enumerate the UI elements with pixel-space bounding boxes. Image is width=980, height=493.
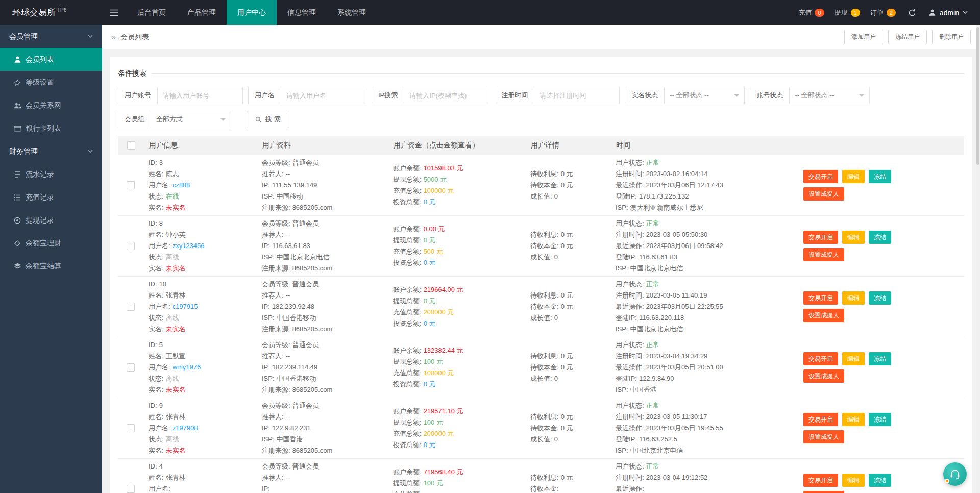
trade-toggle-button[interactable]: 交易开启: [803, 352, 838, 365]
freeze-button[interactable]: 冻结: [869, 352, 891, 365]
trade-toggle-button[interactable]: 交易开启: [803, 474, 838, 487]
freeze-button[interactable]: 冻结: [869, 170, 891, 183]
brand-title: 环球交易所: [12, 8, 56, 17]
sidebar-entry[interactable]: 等级设置: [0, 71, 102, 94]
sidebar-entry[interactable]: 会员列表: [0, 48, 102, 71]
set-agent-button[interactable]: 设置成提人: [803, 369, 844, 383]
select-all-checkbox[interactable]: [127, 141, 135, 150]
username-link[interactable]: zxy123456: [173, 242, 205, 250]
sidebar-entry[interactable]: 银行卡列表: [0, 117, 102, 140]
row-checkbox[interactable]: [127, 242, 135, 250]
status-select[interactable]: -- 全部状态 --: [664, 87, 745, 104]
row-checkbox[interactable]: [127, 424, 135, 432]
recharge-total-amount[interactable]: 200000 元: [424, 308, 454, 316]
search-input[interactable]: [534, 87, 620, 104]
set-agent-button[interactable]: 设置成提人: [803, 187, 844, 201]
set-agent-button[interactable]: 设置成提人: [803, 248, 844, 261]
invest-total-amount[interactable]: 0 元: [424, 441, 436, 449]
withdraw-total-amount[interactable]: 0 元: [424, 236, 436, 244]
recharge-total-amount[interactable]: 500 元: [424, 248, 443, 255]
edit-button[interactable]: 编辑: [842, 231, 865, 244]
edit-button[interactable]: 编辑: [842, 413, 865, 426]
username-link[interactable]: cz888: [173, 181, 190, 189]
balance-amount[interactable]: 101598.03 元: [424, 164, 463, 172]
topbar-shortcut[interactable]: 充值 0: [798, 8, 824, 17]
freeze-button[interactable]: 冻结: [869, 413, 891, 426]
search-field-label: 账号状态: [750, 87, 790, 104]
withdraw-total-amount[interactable]: 0 元: [424, 297, 436, 305]
sidebar-entry[interactable]: 余额宝结算: [0, 255, 102, 278]
search-input[interactable]: [281, 87, 366, 104]
freeze-button[interactable]: 冻结: [869, 291, 891, 305]
withdraw-total-amount[interactable]: 100 元: [424, 479, 443, 487]
page-action-button[interactable]: 冻结用户: [888, 30, 927, 44]
trade-toggle-button[interactable]: 交易开启: [803, 413, 838, 426]
freeze-button[interactable]: 冻结: [869, 474, 891, 487]
invest-total-amount[interactable]: 0 元: [424, 319, 436, 327]
topnav-item-label: 系统管理: [337, 8, 366, 16]
username-link[interactable]: wmy1976: [173, 363, 201, 371]
edit-button[interactable]: 编辑: [842, 352, 865, 365]
balance-amount[interactable]: 219571.10 元: [424, 407, 463, 415]
recharge-total-amount[interactable]: 200000 元: [424, 430, 454, 437]
edit-button[interactable]: 编辑: [842, 291, 865, 305]
recharge-total-amount[interactable]: 100000 元: [424, 187, 454, 194]
page-action-button[interactable]: 添加用户: [844, 30, 883, 44]
topnav-item[interactable]: 信息管理: [277, 0, 327, 25]
row-checkbox[interactable]: [127, 303, 135, 311]
scrollbar-thumb[interactable]: [976, 27, 979, 165]
sidebar-entry[interactable]: 会员关系网: [0, 94, 102, 117]
set-agent-button[interactable]: 设置成提人: [803, 430, 844, 443]
set-agent-button[interactable]: 设置成提人: [803, 309, 844, 322]
username-link[interactable]: c197915: [173, 303, 198, 310]
topnav-item[interactable]: 产品管理: [177, 0, 227, 25]
member-group-select[interactable]: 全部方式: [151, 111, 231, 128]
withdraw-total-amount[interactable]: 100 元: [424, 358, 443, 365]
recharge-total-amount[interactable]: 100000 元: [424, 369, 454, 377]
invest-total-amount[interactable]: 0 元: [424, 380, 436, 388]
topbar-shortcut[interactable]: 订单 2: [870, 8, 896, 17]
sidebar-toggle-button[interactable]: [102, 9, 127, 16]
user-menu[interactable]: admin: [928, 9, 968, 17]
search-row-1: 用户账号 用户名 IP搜索: [118, 87, 964, 104]
invest-total-amount[interactable]: 0 元: [424, 198, 436, 206]
trade-toggle-button[interactable]: 交易开启: [803, 170, 838, 183]
sidebar-entry[interactable]: 充值记录: [0, 186, 102, 209]
topnav-item[interactable]: 系统管理: [327, 0, 377, 25]
page-scrollbar[interactable]: [976, 25, 980, 493]
balance-amount[interactable]: 719568.40 元: [424, 468, 463, 476]
status-select[interactable]: -- 全部状态 --: [789, 87, 870, 104]
edit-button[interactable]: 编辑: [842, 474, 865, 487]
topnav-item[interactable]: 用户中心: [227, 0, 277, 25]
withdraw-total-amount[interactable]: 5000 元: [424, 176, 447, 183]
topbar-shortcut[interactable]: 提现 1: [835, 8, 860, 17]
freeze-button[interactable]: 冻结: [869, 231, 891, 244]
diamond-icon: [14, 240, 26, 247]
user-detail-cell: 待收利息:0 元 待收本金: 成长值:: [525, 459, 610, 493]
set-agent-button[interactable]: 设置成提人: [803, 491, 844, 493]
sidebar-entry[interactable]: 财务管理: [0, 140, 102, 163]
page-action-button[interactable]: 删除用户: [932, 30, 971, 44]
row-checkbox[interactable]: [127, 485, 135, 493]
edit-button[interactable]: 编辑: [842, 170, 865, 183]
help-float-button[interactable]: [943, 462, 967, 486]
trade-toggle-button[interactable]: 交易开启: [803, 231, 838, 244]
sidebar-entry[interactable]: 流水记录: [0, 163, 102, 186]
withdraw-total-amount[interactable]: 100 元: [424, 418, 443, 426]
username-link[interactable]: z197908: [173, 424, 198, 432]
trade-toggle-button[interactable]: 交易开启: [803, 291, 838, 305]
sidebar-entry[interactable]: 余额宝理财: [0, 232, 102, 255]
row-checkbox[interactable]: [127, 181, 135, 189]
row-checkbox[interactable]: [127, 363, 135, 372]
search-input[interactable]: [404, 87, 489, 104]
topnav-item[interactable]: 后台首页: [127, 0, 177, 25]
invest-total-amount[interactable]: 0 元: [424, 259, 436, 266]
sidebar-entry[interactable]: 提现记录: [0, 209, 102, 232]
balance-amount[interactable]: 0.00 元: [424, 225, 445, 233]
search-button[interactable]: 搜 索: [247, 111, 289, 128]
balance-amount[interactable]: 132382.44 元: [424, 347, 463, 354]
sidebar-entry[interactable]: 会员管理: [0, 25, 102, 48]
balance-amount[interactable]: 219664.00 元: [424, 286, 463, 293]
refresh-icon[interactable]: [908, 9, 916, 17]
search-input[interactable]: [157, 87, 243, 104]
